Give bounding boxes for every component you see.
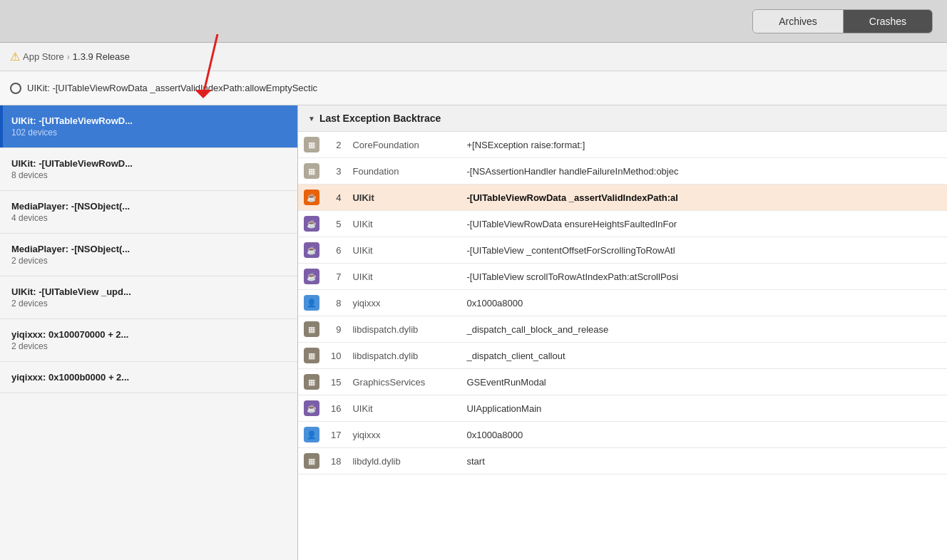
backtrace-row: 👤 17 yiqixxx 0x1000a8000 bbox=[298, 422, 947, 448]
frame-library: libdyld.dylib bbox=[347, 448, 461, 475]
crash-item-title: yiqixxx: 0x100070000 + 2... bbox=[11, 329, 286, 340]
crash-item-sub: 2 devices bbox=[11, 341, 286, 351]
blue-person-icon: 👤 bbox=[304, 427, 319, 442]
orange-cup-icon: ☕ bbox=[304, 190, 319, 205]
frame-number: 2 bbox=[325, 132, 347, 158]
frame-method: 0x1000a8000 bbox=[461, 422, 947, 448]
crash-list-item[interactable]: yiqixxx: 0x100070000 + 2...2 devices bbox=[0, 319, 297, 362]
content-body: UIKit: -[UITableViewRowD...102 devicesUI… bbox=[0, 105, 947, 560]
frame-library: UIKit bbox=[347, 237, 461, 264]
backtrace-section: ▼ Last Exception Backtrace ▦ 2 CoreFound… bbox=[298, 105, 947, 475]
warning-icon: ⚠ bbox=[10, 50, 20, 63]
frame-library: UIKit bbox=[347, 185, 461, 211]
breadcrumb: ⚠ App Store › 1.3.9 Release bbox=[0, 43, 947, 71]
backtrace-row: ☕ 16 UIKit UIApplicationMain bbox=[298, 395, 947, 422]
crash-header-text: UIKit: -[UITableViewRowData _assertValid… bbox=[27, 83, 317, 93]
purple-cup-icon: ☕ bbox=[304, 269, 319, 284]
crash-item-sub: 8 devices bbox=[11, 170, 286, 180]
backtrace-row: ☕ 4 UIKit -[UITableViewRowData _assertVa… bbox=[298, 185, 947, 211]
crash-item-title: MediaPlayer: -[NSObject(... bbox=[11, 201, 286, 212]
crash-item-sub: 102 devices bbox=[11, 128, 286, 138]
backtrace-row: ☕ 5 UIKit -[UITableViewRowData ensureHei… bbox=[298, 211, 947, 237]
crash-item-title: MediaPlayer: -[NSObject(... bbox=[11, 244, 286, 254]
backtrace-row: ☕ 7 UIKit -[UITableView scrollToRowAtInd… bbox=[298, 264, 947, 290]
frame-number: 4 bbox=[325, 185, 347, 211]
frame-icon-cell: ▦ bbox=[298, 369, 325, 395]
frame-icon-cell: ▦ bbox=[298, 448, 325, 475]
dark-grid-icon: ▦ bbox=[304, 453, 319, 469]
frame-icon-cell: ☕ bbox=[298, 211, 325, 237]
dark-grid-icon: ▦ bbox=[304, 374, 319, 390]
frame-library: Foundation bbox=[347, 158, 461, 185]
frame-icon-cell: ☕ bbox=[298, 185, 325, 211]
tab-crashes[interactable]: Crashes bbox=[844, 10, 932, 33]
backtrace-row: ▦ 15 GraphicsServices GSEventRunModal bbox=[298, 369, 947, 395]
purple-cup-icon: ☕ bbox=[304, 242, 319, 258]
gray-grid-icon: ▦ bbox=[304, 163, 319, 179]
frame-method: -[NSAssertionHandler handleFailureInMeth… bbox=[461, 158, 947, 185]
frame-number: 18 bbox=[325, 448, 347, 475]
backtrace-row: ▦ 10 libdispatch.dylib _dispatch_client_… bbox=[298, 343, 947, 369]
frame-method: -[UITableViewRowData _assertValidIndexPa… bbox=[461, 185, 947, 211]
app-window: Archives Crashes ⚠ App Store › 1.3.9 Rel… bbox=[0, 0, 947, 560]
tab-group: Archives Crashes bbox=[752, 9, 933, 33]
frame-number: 7 bbox=[325, 264, 347, 290]
frame-number: 10 bbox=[325, 343, 347, 369]
frame-library: libdispatch.dylib bbox=[347, 316, 461, 343]
frame-icon-cell: ☕ bbox=[298, 395, 325, 422]
backtrace-title: Last Exception Backtrace bbox=[319, 113, 441, 124]
dark-grid-icon: ▦ bbox=[304, 321, 319, 337]
frame-number: 16 bbox=[325, 395, 347, 422]
frame-library: UIKit bbox=[347, 395, 461, 422]
crash-item-sub: 2 devices bbox=[11, 256, 286, 266]
frame-library: yiqixxx bbox=[347, 422, 461, 448]
gray-grid-icon: ▦ bbox=[304, 137, 319, 152]
frame-method: -[UITableView _contentOffsetForScrolling… bbox=[461, 237, 947, 264]
purple-cup-icon: ☕ bbox=[304, 216, 319, 232]
crash-circle-icon bbox=[10, 83, 21, 94]
purple-cup-icon: ☕ bbox=[304, 400, 319, 416]
frame-library: libdispatch.dylib bbox=[347, 343, 461, 369]
frame-method: _dispatch_call_block_and_release bbox=[461, 316, 947, 343]
frame-number: 6 bbox=[325, 237, 347, 264]
crash-header: UIKit: -[UITableViewRowData _assertValid… bbox=[0, 71, 947, 105]
backtrace-row: ▦ 3 Foundation -[NSAssertionHandler hand… bbox=[298, 158, 947, 185]
frame-icon-cell: ▦ bbox=[298, 343, 325, 369]
frame-library: UIKit bbox=[347, 211, 461, 237]
frame-method: 0x1000a8000 bbox=[461, 290, 947, 316]
crash-list-item[interactable]: UIKit: -[UITableViewRowD...102 devices bbox=[0, 105, 297, 148]
frame-method: +[NSException raise:format:] bbox=[461, 132, 947, 158]
backtrace-row: ▦ 2 CoreFoundation +[NSException raise:f… bbox=[298, 132, 947, 158]
frame-icon-cell: ☕ bbox=[298, 264, 325, 290]
selected-bar bbox=[0, 105, 3, 147]
crash-item-sub: 2 devices bbox=[11, 299, 286, 308]
dark-grid-icon: ▦ bbox=[304, 348, 319, 363]
crash-list: UIKit: -[UITableViewRowD...102 devicesUI… bbox=[0, 105, 298, 560]
crash-list-item[interactable]: UIKit: -[UITableView _upd...2 devices bbox=[0, 276, 297, 319]
crash-item-title: yiqixxx: 0x1000b0000 + 2... bbox=[11, 372, 286, 383]
crash-list-item[interactable]: UIKit: -[UITableViewRowD...8 devices bbox=[0, 148, 297, 191]
frame-number: 15 bbox=[325, 369, 347, 395]
blue-person-icon: 👤 bbox=[304, 295, 319, 311]
frame-icon-cell: 👤 bbox=[298, 290, 325, 316]
frame-library: CoreFoundation bbox=[347, 132, 461, 158]
breadcrumb-separator: › bbox=[67, 52, 70, 62]
tab-archives[interactable]: Archives bbox=[753, 10, 844, 33]
frame-method: start bbox=[461, 448, 947, 475]
frame-method: -[UITableViewRowData ensureHeightsFaulte… bbox=[461, 211, 947, 237]
detail-panel: ▼ Last Exception Backtrace ▦ 2 CoreFound… bbox=[298, 105, 947, 560]
frame-method: -[UITableView scrollToRowAtIndexPath:atS… bbox=[461, 264, 947, 290]
crash-list-item[interactable]: MediaPlayer: -[NSObject(...2 devices bbox=[0, 234, 297, 276]
frame-icon-cell: ▦ bbox=[298, 316, 325, 343]
crash-list-item[interactable]: MediaPlayer: -[NSObject(...4 devices bbox=[0, 191, 297, 234]
backtrace-row: ▦ 9 libdispatch.dylib _dispatch_call_blo… bbox=[298, 316, 947, 343]
frame-method: _dispatch_client_callout bbox=[461, 343, 947, 369]
backtrace-header: ▼ Last Exception Backtrace bbox=[298, 105, 947, 132]
breadcrumb-appstore[interactable]: App Store bbox=[23, 51, 64, 62]
top-toolbar: Archives Crashes bbox=[0, 0, 947, 43]
crash-list-item[interactable]: yiqixxx: 0x1000b0000 + 2... bbox=[0, 362, 297, 393]
crash-item-title: UIKit: -[UITableViewRowD... bbox=[11, 115, 286, 126]
frame-number: 9 bbox=[325, 316, 347, 343]
frame-number: 8 bbox=[325, 290, 347, 316]
breadcrumb-release[interactable]: 1.3.9 Release bbox=[73, 51, 130, 62]
